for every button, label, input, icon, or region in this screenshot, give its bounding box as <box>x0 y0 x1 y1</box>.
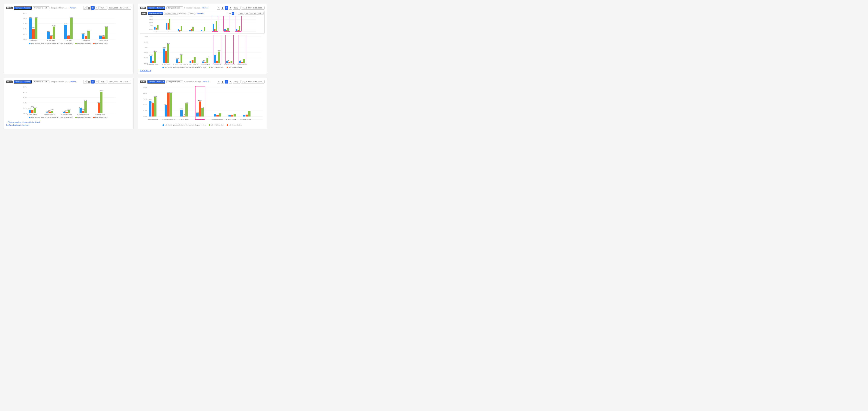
svg-rect-215 <box>154 97 156 117</box>
svg-text:5.0%: 5.0% <box>150 25 153 27</box>
date-range-btn2[interactable]: Sep 1, 2020 - Oct 1, 2020 ~ <box>241 6 265 9</box>
download-icon4[interactable]: ⬇ <box>229 80 232 84</box>
toolbar-panel3: BETA Anomaly + Forecast Compare to past … <box>6 80 131 84</box>
refresh-btn2[interactable]: ~ Refresh <box>201 7 208 9</box>
table-icon3[interactable]: ⊞ <box>91 80 95 84</box>
svg-rect-181 <box>65 112 68 113</box>
nested-compare-btn[interactable]: Compare to past ~ <box>164 12 179 15</box>
svg-rect-241 <box>216 115 219 116</box>
download-icon[interactable]: ⬇ <box>95 6 98 9</box>
nested-icon-table[interactable]: ⊞ <box>232 12 234 15</box>
svg-text:A: App Status Viewed: A: App Status Viewed <box>148 64 158 65</box>
daily-btn2[interactable]: Daily ~ <box>232 6 241 9</box>
svg-rect-66 <box>178 29 179 31</box>
compare-past-btn3[interactable]: Compare to past ~ <box>33 80 50 83</box>
legend-dot-green3 <box>75 117 77 118</box>
svg-rect-70 <box>189 30 191 31</box>
date-range-btn[interactable]: Sep 1, 2020 - Oct 1, 2020 ~ <box>107 6 131 9</box>
svg-text:A: Project Created: A: Project Created <box>148 119 158 120</box>
refresh-btn3[interactable]: ~ Refresh <box>68 81 76 83</box>
nested-refresh[interactable]: ~ Refresh <box>197 12 204 14</box>
svg-text:19.84%: 19.84% <box>206 56 210 58</box>
legend-item-power4: MG | Power Editors <box>226 124 242 126</box>
download-icon2[interactable]: ⬇ <box>229 6 232 9</box>
display-preview-link[interactable]: ~ Display preview side-by-side by defaul… <box>6 121 131 123</box>
svg-text:41.6%: 41.6% <box>153 51 157 52</box>
anomaly-forecast-btn[interactable]: Anomaly + Forecast <box>14 6 32 9</box>
date-range-btn3[interactable]: Sep 1, 2020 - Oct 1, 2020 ~ <box>107 80 131 84</box>
chart-area-panel3: 100% 80.0% 60.0% 40.0% 20.0% 0.00% 13.6%… <box>6 85 131 115</box>
chart-svg-panel1: 125% 100% 75.0% 50.0% 25.0% 0.00% 99.5% … <box>6 11 131 41</box>
svg-text:C: Project Visibility: C: Project Visibility <box>179 119 189 120</box>
svg-rect-125 <box>192 60 193 63</box>
legend-panel3: MG | Existing Users (Excludes New Users … <box>6 117 131 118</box>
nested-icon-bar[interactable]: ▦ <box>229 12 231 15</box>
svg-rect-225 <box>180 110 183 116</box>
daily-btn4[interactable]: Daily ~ <box>232 80 241 84</box>
svg-text:82.1%: 82.1% <box>100 90 103 91</box>
svg-rect-118 <box>176 59 178 63</box>
compare-past-btn4[interactable]: Compare to past ~ <box>166 80 183 83</box>
svg-text:100%: 100% <box>143 92 147 94</box>
svg-rect-246 <box>234 114 236 116</box>
line-chart-icon2[interactable]: ↗ <box>217 6 220 9</box>
nested-anomaly-btn[interactable]: Anomaly + Forecast <box>148 12 163 15</box>
bar-chart-icon3[interactable]: ▦ <box>87 80 91 84</box>
svg-rect-78 <box>213 24 214 31</box>
table-icon2[interactable]: ⊞ <box>225 6 228 9</box>
svg-text:75.0%: 75.0% <box>23 23 27 24</box>
anomaly-forecast-btn3[interactable]: Anomaly + Forecast <box>14 80 32 84</box>
refresh-btn[interactable]: ~ Refresh <box>68 7 76 9</box>
svg-rect-124 <box>190 61 191 63</box>
anomaly-forecast-btn2[interactable]: Anomaly + Forecast <box>147 6 165 9</box>
svg-text:G: G <box>226 31 227 32</box>
nested-date[interactable]: Sep 1, 2020 - Oct 1, 2020 ~ <box>245 12 264 15</box>
refresh-btn4[interactable]: ~ Refresh <box>202 81 209 83</box>
legend-dot-orange3 <box>93 117 95 118</box>
legend-label-paid3: MG | Paid Members <box>78 117 91 118</box>
daily-btn[interactable]: Daily ~ <box>99 6 107 9</box>
table-icon[interactable]: ⊞ <box>91 6 95 9</box>
svg-text:60.0%: 60.0% <box>144 47 148 48</box>
date-range-btn4[interactable]: Sep 1, 2020 - Oct 1, 2020 ~ <box>241 80 265 84</box>
svg-text:B: B <box>168 31 168 32</box>
download-icon3[interactable]: ⬇ <box>95 80 98 84</box>
svg-text:50.0%: 50.0% <box>23 28 27 30</box>
svg-rect-211 <box>149 100 151 116</box>
nested-icon-dl[interactable]: ⬇ <box>235 12 237 15</box>
svg-text:A: A <box>156 31 157 32</box>
svg-text:C: File Edited: C: File Edited <box>65 40 72 41</box>
svg-text:26.7%: 26.7% <box>180 108 183 110</box>
table-icon4[interactable]: ⊞ <box>225 80 228 84</box>
svg-text:D: File Formatted: D: File Formatted <box>82 40 90 41</box>
svg-rect-249 <box>246 115 248 116</box>
svg-text:E: Show App Clicked: E: Show App Clicked <box>95 114 105 115</box>
legend-label-power4: MG | Power Editors <box>229 124 242 126</box>
svg-text:5.53%: 5.53% <box>65 110 68 111</box>
compare-past-btn[interactable]: Compare to past ~ <box>33 6 50 9</box>
bar-chart-icon2[interactable]: ▦ <box>221 6 224 9</box>
svg-rect-92 <box>235 16 242 31</box>
daily-btn3[interactable]: Daily ~ <box>99 80 107 84</box>
nested-daily[interactable]: Daily ~ <box>238 12 244 15</box>
nested-icon-line[interactable]: ↗ <box>226 12 228 15</box>
keyboard-shortcuts-link[interactable]: Surface keyboard shortcuts <box>6 124 131 126</box>
panel-app-tools: BETA Anomaly + Forecast Compare to past … <box>137 4 267 74</box>
svg-text:A: File Viewed: A: File Viewed <box>30 40 37 41</box>
panel-file-actions: BETA Anomaly + Forecast Compare to past … <box>4 4 133 74</box>
chart-svg-panel3: 100% 80.0% 60.0% 40.0% 20.0% 0.00% 13.6%… <box>6 85 131 115</box>
anomaly-forecast-btn4[interactable]: Anomaly + Forecast <box>147 80 165 84</box>
compare-past-btn2[interactable]: Compare to past ~ <box>166 6 183 9</box>
beta-badge4: BETA <box>140 81 146 83</box>
line-chart-icon[interactable]: ↗ <box>83 6 87 9</box>
line-chart-icon3[interactable]: ↗ <box>83 80 87 84</box>
bar-chart-icon[interactable]: ▦ <box>87 6 91 9</box>
legend-label-existing3: MG | Existing Users (Excludes New Users … <box>31 117 73 118</box>
svg-text:58.6%: 58.6% <box>198 100 202 101</box>
surface-logs-link[interactable]: Surface logs <box>140 69 151 71</box>
bar-chart-icon4[interactable]: ▦ <box>221 80 224 84</box>
svg-rect-68 <box>181 26 182 31</box>
line-chart-icon4[interactable]: ↗ <box>217 80 220 84</box>
svg-text:75.0%: 75.0% <box>143 98 147 100</box>
svg-rect-190 <box>85 101 87 113</box>
